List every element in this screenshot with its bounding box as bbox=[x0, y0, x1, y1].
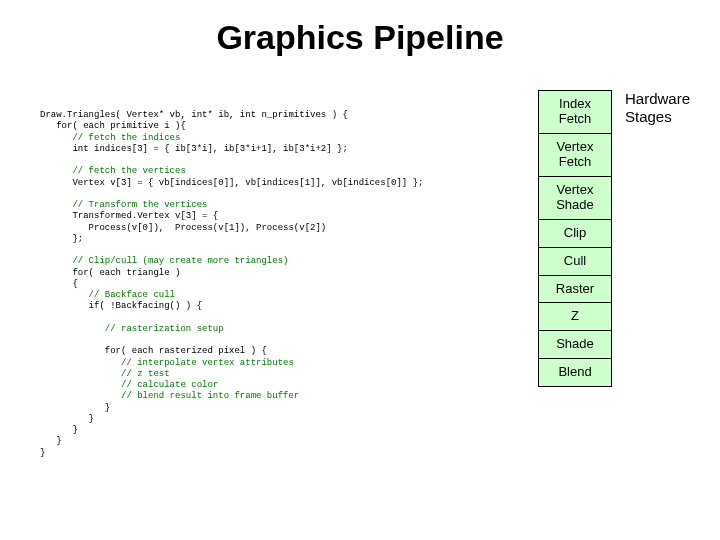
pipeline-boxes: Index Fetch Vertex Fetch Vertex Shade Cl… bbox=[538, 90, 612, 386]
code-line: } bbox=[40, 403, 110, 413]
code-line: Transformed.Vertex v[3] = { bbox=[40, 211, 218, 221]
stage-label: Shade bbox=[556, 336, 594, 351]
code-comment: // calculate color bbox=[40, 380, 218, 390]
stage-label: Fetch bbox=[559, 111, 592, 126]
slide-title: Graphics Pipeline bbox=[0, 18, 720, 57]
code-comment: // blend result into frame buffer bbox=[40, 391, 299, 401]
code-line: } bbox=[40, 436, 62, 446]
code-comment: // Transform the vertices bbox=[40, 200, 207, 210]
code-line: } bbox=[40, 448, 45, 458]
stage-label: Fetch bbox=[559, 154, 592, 169]
code-comment: // fetch the vertices bbox=[40, 166, 186, 176]
stage-vertex-fetch: Vertex Fetch bbox=[538, 133, 612, 177]
code-comment: // Clip/cull (may create more triangles) bbox=[40, 256, 288, 266]
stage-label: Index bbox=[559, 96, 591, 111]
code-line: for( each primitive i ){ bbox=[40, 121, 186, 131]
stage-raster: Raster bbox=[538, 275, 612, 304]
stage-label: Clip bbox=[564, 225, 586, 240]
code-line: for( each rasterized pixel ) { bbox=[40, 346, 267, 356]
code-line: }; bbox=[40, 234, 83, 244]
hardware-stages-label: Hardware Stages bbox=[625, 90, 690, 126]
code-line: } bbox=[40, 425, 78, 435]
stage-blend: Blend bbox=[538, 358, 612, 387]
code-line: Draw.Triangles( Vertex* vb, int* ib, int… bbox=[40, 110, 348, 120]
hs-l1: Hardware bbox=[625, 90, 690, 107]
stage-label: Vertex bbox=[557, 182, 594, 197]
code-comment: // interpolate vertex attributes bbox=[40, 358, 294, 368]
stage-label: Raster bbox=[556, 281, 594, 296]
hs-l2: Stages bbox=[625, 108, 672, 125]
code-line: { bbox=[40, 279, 78, 289]
code-line: } bbox=[40, 414, 94, 424]
code-line: for( each triangle ) bbox=[40, 268, 180, 278]
code-comment: // rasterization setup bbox=[40, 324, 224, 334]
code-line: if( !Backfacing() ) { bbox=[40, 301, 202, 311]
stage-label: Vertex bbox=[557, 139, 594, 154]
stage-label: Z bbox=[571, 308, 579, 323]
code-comment: // fetch the indices bbox=[40, 133, 180, 143]
stage-label: Cull bbox=[564, 253, 586, 268]
stage-z: Z bbox=[538, 302, 612, 331]
code-line: Vertex v[3] = { vb[indices[0]], vb[indic… bbox=[40, 178, 423, 188]
code-line: int indices[3] = { ib[3*i], ib[3*i+1], i… bbox=[40, 144, 348, 154]
stage-cull: Cull bbox=[538, 247, 612, 276]
stage-label: Shade bbox=[556, 197, 594, 212]
stage-label: Blend bbox=[558, 364, 591, 379]
code-block: Draw.Triangles( Vertex* vb, int* ib, int… bbox=[40, 110, 500, 459]
stage-index-fetch: Index Fetch bbox=[538, 90, 612, 134]
stage-shade: Shade bbox=[538, 330, 612, 359]
code-line: Process(v[0]), Process(v[1]), Process(v[… bbox=[40, 223, 326, 233]
stage-vertex-shade: Vertex Shade bbox=[538, 176, 612, 220]
stage-clip: Clip bbox=[538, 219, 612, 248]
code-comment: // Backface cull bbox=[40, 290, 175, 300]
code-comment: // z test bbox=[40, 369, 170, 379]
